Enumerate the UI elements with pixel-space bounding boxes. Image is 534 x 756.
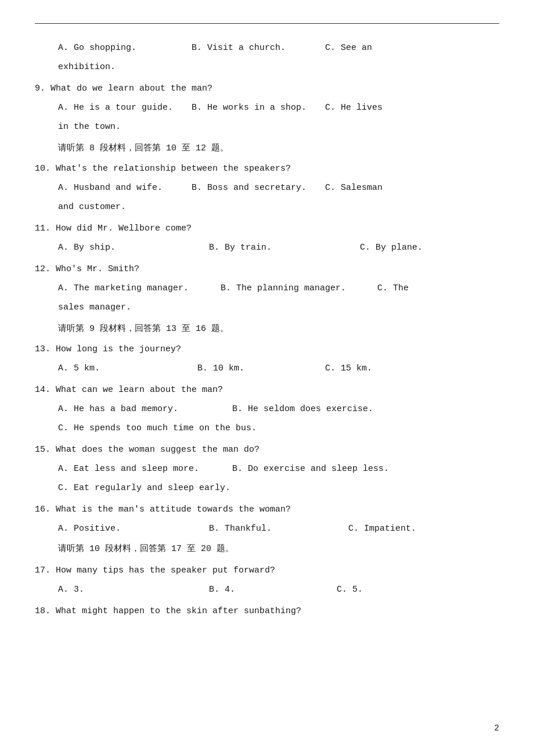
- option-c: C. The: [377, 280, 409, 296]
- option-a: A. Husband and wife.: [58, 180, 192, 196]
- option-a: A. Eat less and sleep more.: [58, 461, 232, 477]
- question-14-options-row1: A. He has a bad memory. B. He seldom doe…: [58, 401, 499, 417]
- question-18-text: 18. What might happen to the skin after …: [35, 603, 499, 619]
- question-17-text: 17. How many tips has the speaker put fo…: [35, 563, 499, 578]
- question-16-options: A. Positive. B. Thankful. C. Impatient.: [58, 521, 499, 537]
- section-8-instruction: 请听第 8 段材料，回答第 10 至 12 题。: [58, 141, 499, 156]
- question-9-text: 9. What do we learn about the man?: [35, 81, 499, 96]
- question-11-options: A. By ship. B. By train. C. By plane.: [58, 240, 499, 255]
- option-c: C. 5.: [337, 582, 363, 597]
- option-a: A. By ship.: [58, 240, 209, 255]
- option-a: A. Go shopping.: [58, 40, 192, 56]
- question-13-options: A. 5 km. B. 10 km. C. 15 km.: [58, 361, 499, 376]
- option-c: C. He spends too much time on the bus.: [58, 420, 257, 436]
- option-c: C. Eat regularly and sleep early.: [58, 480, 230, 496]
- continuation: exhibition.: [58, 59, 499, 75]
- question-18: 18. What might happen to the skin after …: [35, 603, 499, 619]
- option-c: C. 15 km.: [325, 361, 372, 376]
- question-16-text: 16. What is the man's attitude towards t…: [35, 502, 499, 517]
- question-13-text: 13. How long is the journey?: [35, 341, 499, 357]
- question-14-text: 14. What can we learn about the man?: [35, 382, 499, 398]
- question-10-options: A. Husband and wife. B. Boss and secreta…: [58, 180, 499, 196]
- option-b: B. 4.: [209, 582, 337, 597]
- continuation: and customer.: [58, 199, 499, 215]
- option-b: B. He works in a shop.: [192, 100, 325, 116]
- question-13: 13. How long is the journey? A. 5 km. B.…: [35, 341, 499, 376]
- option-c: C. Impatient.: [348, 521, 416, 537]
- question-10: 10. What's the relationship between the …: [35, 161, 499, 215]
- pre-q9-options: A. Go shopping. B. Visit a church. C. Se…: [58, 40, 499, 56]
- continuation: in the town.: [58, 119, 499, 135]
- option-a: A. 5 km.: [58, 361, 197, 376]
- top-divider: [35, 23, 499, 24]
- option-a: A. He has a bad memory.: [58, 401, 232, 417]
- option-c: C. Salesman: [325, 180, 383, 196]
- question-11: 11. How did Mr. Wellbore come? A. By shi…: [35, 221, 499, 255]
- question-14: 14. What can we learn about the man? A. …: [35, 382, 499, 436]
- question-15-text: 15. What does the woman suggest the man …: [35, 442, 499, 458]
- question-17-options: A. 3. B. 4. C. 5.: [58, 582, 499, 597]
- question-11-text: 11. How did Mr. Wellbore come?: [35, 221, 499, 236]
- question-12: 12. Who's Mr. Smith? A. The marketing ma…: [35, 261, 499, 315]
- question-15-options-row1: A. Eat less and sleep more. B. Do exerci…: [58, 461, 499, 477]
- question-14-options-row2: C. He spends too much time on the bus.: [58, 420, 499, 436]
- question-15-options-row2: C. Eat regularly and sleep early.: [58, 480, 499, 496]
- option-a: A. The marketing manager.: [58, 280, 221, 296]
- question-9: 9. What do we learn about the man? A. He…: [35, 81, 499, 135]
- option-c: C. By plane.: [360, 240, 423, 255]
- option-b: B. Visit a church.: [192, 40, 325, 56]
- question-12-text: 12. Who's Mr. Smith?: [35, 261, 499, 277]
- option-a: A. Positive.: [58, 521, 209, 537]
- option-c: C. See an: [325, 40, 372, 56]
- option-a: A. He is a tour guide.: [58, 100, 192, 116]
- continuation: sales manager.: [58, 300, 499, 315]
- option-b: B. Boss and secretary.: [192, 180, 325, 196]
- question-16: 16. What is the man's attitude towards t…: [35, 502, 499, 557]
- question-15: 15. What does the woman suggest the man …: [35, 442, 499, 496]
- option-b: B. Thankful.: [209, 521, 348, 537]
- page-number: 2: [495, 723, 499, 733]
- option-b: B. By train.: [209, 240, 360, 255]
- section-10-instruction: 请听第 10 段材料，回答第 17 至 20 题。: [58, 541, 499, 557]
- option-b: B. The planning manager.: [221, 280, 377, 296]
- section-9-instruction: 请听第 9 段材料，回答第 13 至 16 题。: [58, 321, 499, 337]
- main-content: A. Go shopping. B. Visit a church. C. Se…: [35, 40, 499, 619]
- question-12-options: A. The marketing manager. B. The plannin…: [58, 280, 499, 296]
- option-b: B. He seldom does exercise.: [232, 401, 373, 417]
- option-b: B. Do exercise and sleep less.: [232, 461, 389, 477]
- question-9-options: A. He is a tour guide. B. He works in a …: [58, 100, 499, 116]
- option-a: A. 3.: [58, 582, 209, 597]
- question-10-text: 10. What's the relationship between the …: [35, 161, 499, 177]
- option-c: C. He lives: [325, 100, 383, 116]
- option-b: B. 10 km.: [197, 361, 325, 376]
- question-17: 17. How many tips has the speaker put fo…: [35, 563, 499, 597]
